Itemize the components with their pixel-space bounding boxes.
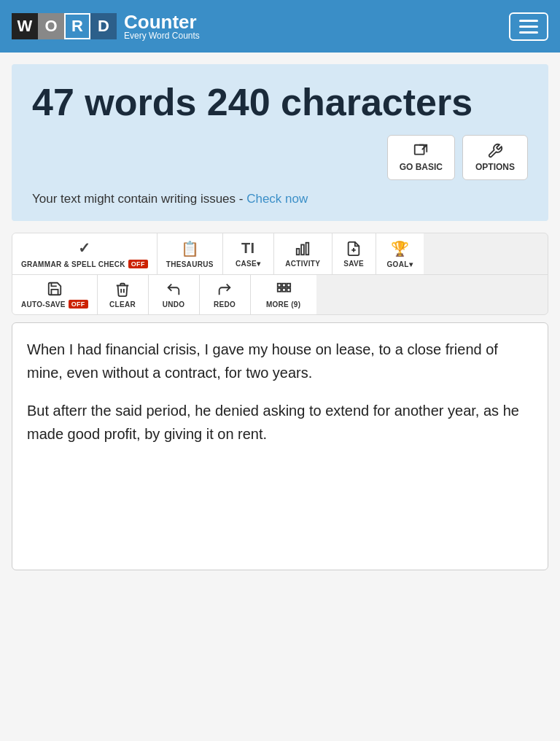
logo-letter-d: D bbox=[90, 13, 117, 39]
undo-button[interactable]: UNDO bbox=[149, 275, 200, 314]
redo-button[interactable]: REDO bbox=[200, 275, 251, 314]
case-label: CASE▾ bbox=[236, 260, 260, 268]
logo-letter-r: R bbox=[64, 13, 90, 39]
trash-icon bbox=[114, 282, 131, 298]
grammar-off-badge: OFF bbox=[128, 260, 148, 268]
goal-label: GOAL▾ bbox=[387, 260, 413, 268]
toolbar-row-2: AUTO-SAVE OFF CLEAR UNDO bbox=[12, 275, 548, 314]
go-basic-button[interactable]: GO BASIC bbox=[387, 135, 455, 180]
svg-rect-7 bbox=[282, 283, 286, 287]
floppy-disk-icon bbox=[47, 281, 63, 297]
trophy-icon: 🏆 bbox=[391, 240, 409, 257]
header: W O R D Counter Every Word Counts bbox=[0, 0, 560, 53]
logo-text: Counter Every Word Counts bbox=[124, 12, 200, 40]
grid-icon bbox=[276, 282, 292, 298]
hamburger-line-2 bbox=[519, 26, 538, 28]
svg-rect-2 bbox=[301, 244, 304, 255]
brand-name: Counter bbox=[124, 12, 200, 31]
logo-letter-w: W bbox=[12, 13, 38, 39]
svg-rect-9 bbox=[277, 288, 281, 292]
toolbar: ✓ GRAMMAR & SPELL CHECK OFF 📋 THESAURUS … bbox=[12, 233, 548, 315]
autosave-button[interactable]: AUTO-SAVE OFF bbox=[12, 275, 98, 314]
undo-label: UNDO bbox=[163, 300, 185, 309]
case-icon: TI bbox=[241, 240, 254, 257]
save-doc-icon bbox=[346, 241, 362, 257]
writing-issues-text: Your text might contain writing issues -… bbox=[32, 192, 528, 206]
autosave-label: AUTO-SAVE bbox=[21, 300, 66, 309]
activity-label: ACTIVITY bbox=[285, 260, 320, 268]
book-icon: 📋 bbox=[181, 240, 199, 257]
go-basic-label: GO BASIC bbox=[400, 162, 443, 172]
stats-section: 47 words 240 characters GO BASIC OPTIONS… bbox=[12, 64, 548, 221]
checkmark-icon: ✓ bbox=[78, 239, 90, 257]
hamburger-menu-button[interactable] bbox=[509, 12, 548, 41]
stats-heading: 47 words 240 characters bbox=[32, 82, 528, 123]
save-button[interactable]: SAVE bbox=[332, 233, 376, 274]
activity-button[interactable]: ACTIVITY bbox=[274, 233, 332, 274]
editor-paragraph-2[interactable]: But afterr the said period, he denied as… bbox=[27, 399, 533, 446]
toolbar-row-1: ✓ GRAMMAR & SPELL CHECK OFF 📋 THESAURUS … bbox=[12, 233, 548, 275]
hamburger-line-1 bbox=[519, 20, 538, 22]
svg-rect-8 bbox=[287, 283, 290, 287]
logo: W O R D Counter Every Word Counts bbox=[12, 12, 200, 40]
thesaurus-label: THESAURUS bbox=[166, 260, 214, 268]
editor-paragraph-1[interactable]: When I had financial crisis, I gave my h… bbox=[27, 338, 533, 384]
redo-label: REDO bbox=[214, 300, 236, 309]
clear-button[interactable]: CLEAR bbox=[98, 275, 149, 314]
svg-rect-10 bbox=[282, 288, 286, 292]
logo-letters: W O R D bbox=[12, 13, 117, 39]
wrench-icon bbox=[487, 143, 503, 159]
grammar-label: GRAMMAR & SPELL CHECK bbox=[21, 260, 125, 268]
clear-label: CLEAR bbox=[109, 300, 136, 309]
svg-rect-6 bbox=[277, 283, 281, 287]
more-label: MORE (9) bbox=[266, 300, 300, 309]
stats-buttons: GO BASIC OPTIONS bbox=[32, 135, 528, 180]
thesaurus-button[interactable]: 📋 THESAURUS bbox=[158, 233, 223, 274]
external-link-icon bbox=[413, 143, 429, 159]
editor-area[interactable]: When I had financial crisis, I gave my h… bbox=[12, 322, 548, 570]
svg-rect-3 bbox=[306, 242, 309, 255]
hamburger-line-3 bbox=[519, 31, 538, 34]
save-label: SAVE bbox=[343, 260, 364, 268]
autosave-off-badge: OFF bbox=[69, 300, 88, 309]
svg-rect-1 bbox=[297, 249, 300, 255]
options-button[interactable]: OPTIONS bbox=[462, 135, 528, 180]
brand-tagline: Every Word Counts bbox=[124, 31, 200, 40]
case-button[interactable]: TI CASE▾ bbox=[223, 233, 274, 274]
check-now-link[interactable]: Check now bbox=[246, 192, 308, 206]
svg-rect-11 bbox=[287, 288, 290, 292]
editor-content[interactable]: When I had financial crisis, I gave my h… bbox=[27, 338, 533, 446]
goal-button[interactable]: 🏆 GOAL▾ bbox=[376, 233, 424, 274]
options-label: OPTIONS bbox=[475, 162, 515, 172]
logo-letter-o: O bbox=[38, 13, 64, 39]
more-button[interactable]: MORE (9) bbox=[251, 275, 316, 314]
bar-chart-icon bbox=[295, 241, 311, 257]
grammar-spell-check-button[interactable]: ✓ GRAMMAR & SPELL CHECK OFF bbox=[12, 233, 158, 274]
redo-icon bbox=[217, 282, 233, 298]
undo-icon bbox=[166, 282, 182, 298]
